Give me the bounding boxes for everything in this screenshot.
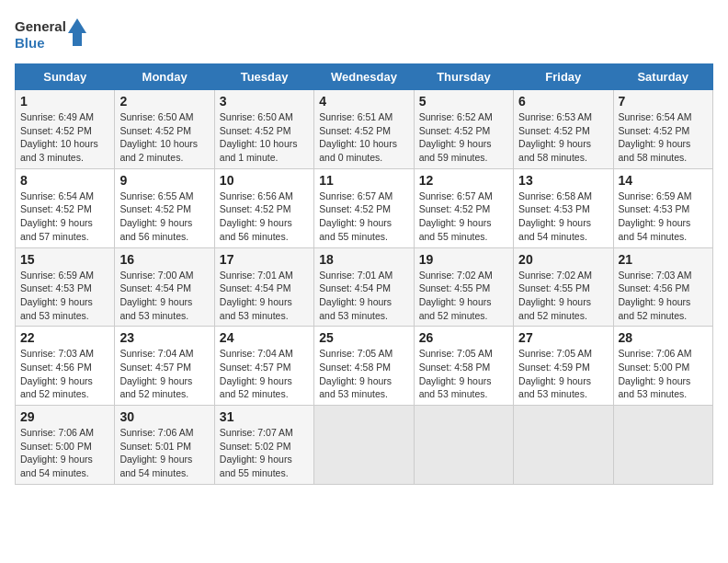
day-info: Sunrise: 7:05 AM Sunset: 4:59 PM Dayligh… — [518, 347, 608, 401]
day-info: Sunrise: 7:07 AM Sunset: 5:02 PM Dayligh… — [220, 426, 309, 480]
day-info: Sunrise: 7:03 AM Sunset: 4:56 PM Dayligh… — [619, 269, 708, 323]
header: General Blue — [15, 15, 713, 56]
week-row-1: 1Sunrise: 6:49 AM Sunset: 4:52 PM Daylig… — [16, 90, 713, 169]
day-info: Sunrise: 6:57 AM Sunset: 4:52 PM Dayligh… — [419, 190, 508, 244]
week-row-3: 15Sunrise: 6:59 AM Sunset: 4:53 PM Dayli… — [16, 247, 713, 327]
day-info: Sunrise: 6:51 AM Sunset: 4:52 PM Dayligh… — [319, 110, 408, 165]
logo: General Blue — [15, 15, 88, 56]
day-number: 5 — [419, 94, 508, 109]
day-number: 11 — [319, 173, 408, 188]
day-info: Sunrise: 6:59 AM Sunset: 4:53 PM Dayligh… — [619, 190, 708, 244]
day-number: 20 — [518, 252, 608, 267]
day-cell: 31Sunrise: 7:07 AM Sunset: 5:02 PM Dayli… — [214, 406, 313, 485]
day-info: Sunrise: 7:04 AM Sunset: 4:57 PM Dayligh… — [119, 347, 209, 401]
day-number: 21 — [619, 252, 708, 267]
day-number: 12 — [419, 173, 508, 188]
day-info: Sunrise: 6:49 AM Sunset: 4:52 PM Dayligh… — [20, 110, 109, 165]
day-info: Sunrise: 6:55 AM Sunset: 4:52 PM Dayligh… — [119, 190, 209, 244]
day-cell: 28Sunrise: 7:06 AM Sunset: 5:00 PM Dayli… — [613, 327, 712, 406]
day-cell — [414, 406, 513, 485]
day-info: Sunrise: 7:03 AM Sunset: 4:56 PM Dayligh… — [20, 347, 109, 401]
day-cell: 17Sunrise: 7:01 AM Sunset: 4:54 PM Dayli… — [214, 247, 313, 327]
day-cell: 15Sunrise: 6:59 AM Sunset: 4:53 PM Dayli… — [16, 247, 115, 327]
day-number: 16 — [119, 252, 209, 267]
day-number: 19 — [419, 252, 508, 267]
day-info: Sunrise: 7:00 AM Sunset: 4:54 PM Dayligh… — [119, 269, 209, 323]
day-cell: 25Sunrise: 7:05 AM Sunset: 4:58 PM Dayli… — [314, 327, 414, 406]
header-tuesday: Tuesday — [214, 64, 313, 90]
day-number: 24 — [220, 330, 309, 345]
day-number: 18 — [319, 252, 408, 267]
day-number: 10 — [220, 173, 309, 188]
svg-marker-2 — [68, 18, 86, 46]
day-info: Sunrise: 7:06 AM Sunset: 5:01 PM Dayligh… — [119, 426, 209, 480]
logo-svg: General Blue — [15, 15, 88, 56]
day-cell: 29Sunrise: 7:06 AM Sunset: 5:00 PM Dayli… — [16, 406, 115, 485]
svg-text:General: General — [15, 18, 66, 34]
day-cell — [314, 406, 414, 485]
day-info: Sunrise: 6:50 AM Sunset: 4:52 PM Dayligh… — [220, 110, 309, 165]
day-info: Sunrise: 6:54 AM Sunset: 4:52 PM Dayligh… — [20, 190, 109, 244]
day-number: 3 — [220, 94, 309, 109]
day-number: 28 — [619, 330, 708, 345]
day-cell — [514, 406, 613, 485]
day-number: 15 — [20, 252, 109, 267]
week-row-4: 22Sunrise: 7:03 AM Sunset: 4:56 PM Dayli… — [16, 327, 713, 406]
header-sunday: Sunday — [16, 64, 115, 90]
day-info: Sunrise: 6:56 AM Sunset: 4:52 PM Dayligh… — [220, 190, 309, 244]
header-thursday: Thursday — [414, 64, 513, 90]
day-cell — [613, 406, 712, 485]
day-number: 17 — [220, 252, 309, 267]
day-cell: 27Sunrise: 7:05 AM Sunset: 4:59 PM Dayli… — [514, 327, 613, 406]
day-cell: 5Sunrise: 6:52 AM Sunset: 4:52 PM Daylig… — [414, 90, 513, 169]
day-cell: 7Sunrise: 6:54 AM Sunset: 4:52 PM Daylig… — [613, 90, 712, 169]
day-cell: 9Sunrise: 6:55 AM Sunset: 4:52 PM Daylig… — [115, 168, 214, 247]
day-info: Sunrise: 7:01 AM Sunset: 4:54 PM Dayligh… — [220, 269, 309, 323]
day-cell: 8Sunrise: 6:54 AM Sunset: 4:52 PM Daylig… — [16, 168, 115, 247]
header-wednesday: Wednesday — [314, 64, 414, 90]
day-cell: 26Sunrise: 7:05 AM Sunset: 4:58 PM Dayli… — [414, 327, 513, 406]
day-cell: 22Sunrise: 7:03 AM Sunset: 4:56 PM Dayli… — [16, 327, 115, 406]
day-number: 30 — [119, 409, 209, 424]
day-info: Sunrise: 6:59 AM Sunset: 4:53 PM Dayligh… — [20, 269, 109, 323]
day-cell: 13Sunrise: 6:58 AM Sunset: 4:53 PM Dayli… — [514, 168, 613, 247]
day-number: 2 — [119, 94, 209, 109]
day-cell: 3Sunrise: 6:50 AM Sunset: 4:52 PM Daylig… — [214, 90, 313, 169]
day-info: Sunrise: 7:05 AM Sunset: 4:58 PM Dayligh… — [419, 347, 508, 401]
day-cell: 18Sunrise: 7:01 AM Sunset: 4:54 PM Dayli… — [314, 247, 414, 327]
day-number: 23 — [119, 330, 209, 345]
day-number: 26 — [419, 330, 508, 345]
day-cell: 23Sunrise: 7:04 AM Sunset: 4:57 PM Dayli… — [115, 327, 214, 406]
week-row-5: 29Sunrise: 7:06 AM Sunset: 5:00 PM Dayli… — [16, 406, 713, 485]
day-cell: 14Sunrise: 6:59 AM Sunset: 4:53 PM Dayli… — [613, 168, 712, 247]
day-number: 4 — [319, 94, 408, 109]
week-row-2: 8Sunrise: 6:54 AM Sunset: 4:52 PM Daylig… — [16, 168, 713, 247]
day-number: 9 — [119, 173, 209, 188]
day-cell: 11Sunrise: 6:57 AM Sunset: 4:52 PM Dayli… — [314, 168, 414, 247]
day-cell: 20Sunrise: 7:02 AM Sunset: 4:55 PM Dayli… — [514, 247, 613, 327]
day-number: 27 — [518, 330, 608, 345]
day-info: Sunrise: 6:57 AM Sunset: 4:52 PM Dayligh… — [319, 190, 408, 244]
day-info: Sunrise: 7:02 AM Sunset: 4:55 PM Dayligh… — [419, 269, 508, 323]
svg-text:Blue: Blue — [15, 35, 45, 51]
day-cell: 1Sunrise: 6:49 AM Sunset: 4:52 PM Daylig… — [16, 90, 115, 169]
header-saturday: Saturday — [613, 64, 712, 90]
day-number: 25 — [319, 330, 408, 345]
day-cell: 21Sunrise: 7:03 AM Sunset: 4:56 PM Dayli… — [613, 247, 712, 327]
day-info: Sunrise: 7:05 AM Sunset: 4:58 PM Dayligh… — [319, 347, 408, 401]
day-info: Sunrise: 7:06 AM Sunset: 5:00 PM Dayligh… — [20, 426, 109, 480]
header-monday: Monday — [115, 64, 214, 90]
calendar-table: SundayMondayTuesdayWednesdayThursdayFrid… — [15, 63, 713, 485]
day-cell: 30Sunrise: 7:06 AM Sunset: 5:01 PM Dayli… — [115, 406, 214, 485]
day-cell: 24Sunrise: 7:04 AM Sunset: 4:57 PM Dayli… — [214, 327, 313, 406]
day-number: 13 — [518, 173, 608, 188]
day-number: 7 — [619, 94, 708, 109]
day-number: 8 — [20, 173, 109, 188]
header-friday: Friday — [514, 64, 613, 90]
day-number: 22 — [20, 330, 109, 345]
day-number: 6 — [518, 94, 608, 109]
day-cell: 12Sunrise: 6:57 AM Sunset: 4:52 PM Dayli… — [414, 168, 513, 247]
day-info: Sunrise: 6:53 AM Sunset: 4:52 PM Dayligh… — [518, 110, 608, 165]
day-cell: 6Sunrise: 6:53 AM Sunset: 4:52 PM Daylig… — [514, 90, 613, 169]
day-cell: 4Sunrise: 6:51 AM Sunset: 4:52 PM Daylig… — [314, 90, 414, 169]
